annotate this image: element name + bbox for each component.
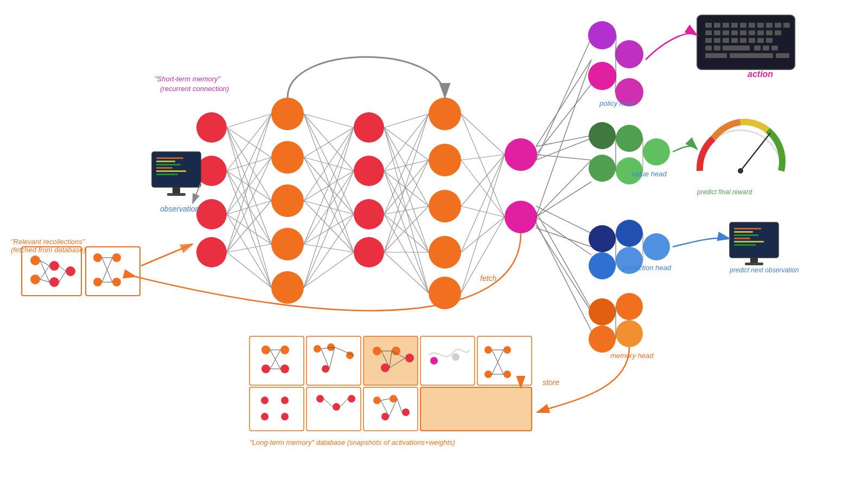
svg-point-201 — [392, 347, 400, 355]
svg-line-95 — [536, 155, 591, 160]
svg-line-81 — [461, 114, 505, 217]
svg-rect-255 — [723, 30, 729, 35]
svg-point-233 — [373, 397, 381, 404]
svg-line-36 — [227, 157, 271, 252]
svg-line-230 — [324, 399, 333, 407]
svg-rect-278 — [776, 53, 789, 58]
svg-line-33 — [227, 214, 271, 244]
svg-point-203 — [405, 354, 414, 362]
svg-line-56 — [304, 127, 354, 288]
relevant-recollections-label: "Relevant recollections" — [11, 238, 86, 246]
svg-point-0 — [196, 112, 227, 143]
svg-rect-265 — [731, 38, 738, 43]
svg-point-126 — [589, 252, 616, 279]
svg-line-80 — [461, 114, 505, 155]
svg-point-227 — [316, 395, 324, 403]
svg-line-100 — [536, 217, 591, 255]
svg-rect-245 — [723, 23, 729, 28]
svg-point-175 — [93, 278, 102, 286]
svg-rect-157 — [156, 174, 178, 175]
svg-point-173 — [93, 253, 102, 262]
svg-rect-256 — [731, 30, 738, 35]
svg-rect-267 — [749, 38, 755, 43]
fetch-label: fetch — [480, 274, 497, 283]
svg-point-229 — [348, 395, 355, 403]
svg-line-93 — [536, 60, 591, 217]
store-label: store — [542, 378, 559, 387]
svg-line-231 — [340, 399, 348, 407]
svg-point-3 — [196, 237, 227, 267]
svg-line-87 — [461, 217, 505, 252]
svg-rect-287 — [734, 241, 764, 242]
svg-point-200 — [373, 347, 381, 355]
svg-point-138 — [616, 320, 643, 347]
svg-point-18 — [505, 138, 537, 171]
svg-rect-286 — [734, 238, 750, 239]
svg-line-169 — [40, 279, 49, 282]
svg-point-11 — [354, 199, 384, 229]
short-term-memory-sublabel: (recurrent connection) — [160, 85, 229, 93]
long-term-memory-label: "Long-term memory" database (snapshots o… — [250, 438, 455, 446]
svg-line-91 — [536, 84, 591, 155]
svg-line-168 — [40, 266, 49, 279]
svg-point-165 — [66, 266, 75, 276]
svg-rect-172 — [86, 247, 140, 296]
svg-rect-153 — [156, 161, 175, 162]
svg-line-279 — [741, 133, 770, 171]
svg-line-43 — [304, 114, 354, 252]
svg-line-66 — [384, 160, 429, 171]
svg-point-114 — [616, 125, 643, 152]
svg-rect-251 — [775, 23, 781, 28]
svg-rect-289 — [750, 258, 758, 263]
svg-line-60 — [384, 114, 429, 127]
svg-line-86 — [461, 155, 505, 252]
svg-point-214 — [503, 346, 511, 354]
svg-point-113 — [589, 122, 616, 149]
svg-point-183 — [280, 346, 289, 354]
svg-rect-275 — [771, 46, 778, 50]
svg-point-222 — [261, 397, 269, 404]
svg-rect-276 — [705, 53, 727, 58]
svg-point-185 — [280, 365, 289, 373]
svg-line-20 — [227, 114, 271, 127]
svg-line-74 — [384, 214, 429, 293]
svg-line-98 — [536, 182, 591, 217]
svg-rect-270 — [705, 46, 712, 50]
svg-line-70 — [384, 114, 429, 214]
svg-point-6 — [271, 184, 304, 217]
svg-rect-285 — [734, 234, 758, 236]
svg-rect-268 — [757, 38, 764, 43]
svg-point-16 — [429, 236, 461, 269]
svg-point-184 — [261, 365, 270, 373]
svg-line-44 — [304, 127, 354, 157]
svg-point-125 — [616, 220, 643, 247]
svg-rect-272 — [723, 46, 750, 50]
svg-point-136 — [616, 293, 643, 320]
svg-point-19 — [505, 201, 537, 233]
svg-line-82 — [461, 155, 505, 160]
svg-point-174 — [112, 253, 121, 262]
svg-line-62 — [384, 127, 429, 206]
svg-line-102 — [536, 212, 591, 309]
svg-point-2 — [196, 199, 227, 229]
svg-line-30 — [227, 114, 271, 214]
svg-point-161 — [30, 256, 40, 265]
svg-rect-232 — [363, 387, 418, 431]
svg-rect-252 — [783, 23, 790, 28]
svg-rect-284 — [734, 231, 753, 233]
svg-rect-274 — [763, 46, 769, 50]
svg-point-106 — [615, 40, 643, 68]
svg-line-35 — [227, 114, 271, 252]
svg-rect-257 — [740, 30, 746, 35]
svg-point-15 — [429, 190, 461, 222]
svg-line-79 — [384, 252, 429, 293]
svg-line-170 — [59, 266, 66, 271]
svg-point-5 — [271, 141, 304, 174]
svg-rect-250 — [766, 23, 773, 28]
svg-point-17 — [429, 277, 461, 309]
svg-line-65 — [384, 114, 429, 171]
svg-point-225 — [281, 413, 289, 420]
svg-point-164 — [49, 277, 59, 287]
svg-line-88 — [461, 155, 505, 293]
svg-rect-155 — [156, 167, 173, 169]
